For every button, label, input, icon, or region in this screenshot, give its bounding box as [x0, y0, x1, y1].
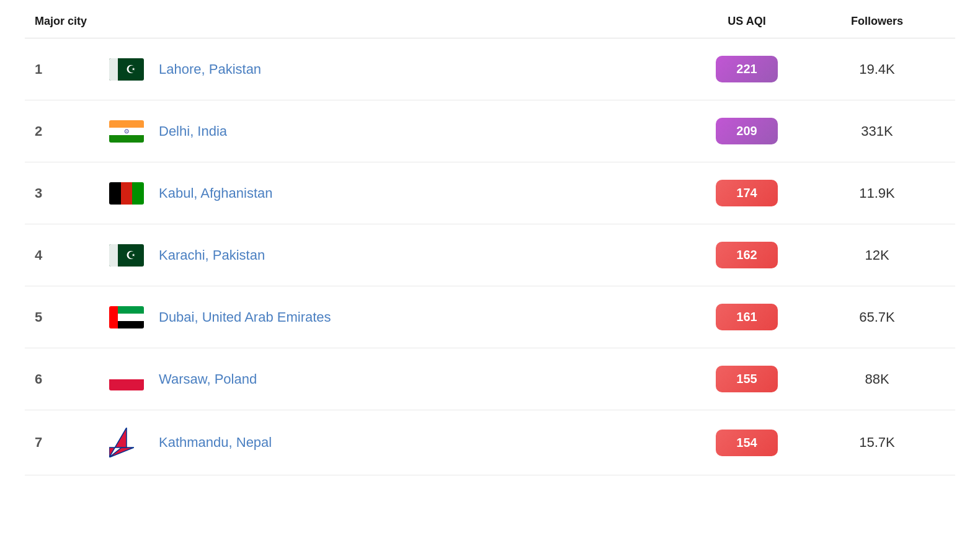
col-aqi-header: US AQI — [685, 15, 809, 28]
table-body: 1 ☪ Lahore, Pakistan 221 19.4K 2 ⊙ Delhi… — [25, 38, 955, 475]
flag-cell: ☪ — [109, 244, 159, 267]
aqi-cell: 154 — [685, 430, 809, 456]
flag-cell: ☪ — [109, 58, 159, 81]
followers-cell: 11.9K — [809, 185, 945, 201]
aqi-badge: 155 — [716, 366, 778, 392]
flag-cell — [109, 306, 159, 328]
table-header: Major city US AQI Followers — [25, 0, 955, 38]
col-city-name-header — [159, 15, 685, 28]
rank-number: 4 — [35, 247, 109, 263]
col-flag-header — [109, 15, 159, 28]
col-city-header: Major city — [35, 15, 109, 28]
rank-number: 5 — [35, 309, 109, 325]
followers-cell: 331K — [809, 123, 945, 139]
rank-number: 6 — [35, 371, 109, 387]
table-row: 6 Warsaw, Poland 155 88K — [25, 348, 955, 410]
table-row: 7 Kathmandu, Nepal 154 15.7K — [25, 410, 955, 475]
col-followers-header: Followers — [809, 15, 945, 28]
aqi-badge: 162 — [716, 242, 778, 268]
followers-cell: 88K — [809, 371, 945, 387]
followers-cell: 12K — [809, 247, 945, 263]
rank-number: 2 — [35, 123, 109, 139]
aqi-badge: 161 — [716, 304, 778, 330]
table-row: 2 ⊙ Delhi, India 209 331K — [25, 100, 955, 162]
main-table: Major city US AQI Followers 1 ☪ Lahore, … — [0, 0, 980, 475]
followers-value: 331K — [861, 123, 893, 139]
city-name[interactable]: Warsaw, Poland — [159, 371, 685, 387]
aqi-cell: 221 — [685, 56, 809, 82]
flag-cell — [109, 182, 159, 205]
rank-number: 1 — [35, 61, 109, 77]
flag-cell — [109, 368, 159, 390]
followers-value: 15.7K — [859, 434, 895, 451]
aqi-cell: 174 — [685, 180, 809, 206]
aqi-cell: 162 — [685, 242, 809, 268]
followers-value: 11.9K — [859, 185, 895, 201]
city-name[interactable]: Kabul, Afghanistan — [159, 185, 685, 201]
table-row: 4 ☪ Karachi, Pakistan 162 12K — [25, 224, 955, 286]
followers-value: 65.7K — [859, 309, 895, 325]
flag-cell: ⊙ — [109, 120, 159, 143]
flag-cell — [109, 428, 159, 457]
rank-number: 3 — [35, 185, 109, 201]
followers-value: 88K — [865, 371, 889, 387]
table-row: 1 ☪ Lahore, Pakistan 221 19.4K — [25, 38, 955, 100]
city-name[interactable]: Karachi, Pakistan — [159, 247, 685, 263]
aqi-badge: 221 — [716, 56, 778, 82]
aqi-cell: 161 — [685, 304, 809, 330]
followers-value: 12K — [865, 247, 889, 263]
aqi-cell: 209 — [685, 118, 809, 144]
followers-cell: 19.4K — [809, 61, 945, 77]
city-name[interactable]: Dubai, United Arab Emirates — [159, 309, 685, 325]
followers-value: 19.4K — [859, 61, 895, 77]
city-name[interactable]: Kathmandu, Nepal — [159, 434, 685, 451]
rank-number: 7 — [35, 434, 109, 451]
city-name[interactable]: Lahore, Pakistan — [159, 61, 685, 77]
aqi-cell: 155 — [685, 366, 809, 392]
table-row: 5 Dubai, United Arab Emirates 161 65.7K — [25, 286, 955, 348]
aqi-badge: 174 — [716, 180, 778, 206]
table-row: 3 Kabul, Afghanistan 174 11.9K — [25, 162, 955, 224]
followers-cell: 65.7K — [809, 309, 945, 325]
city-name[interactable]: Delhi, India — [159, 123, 685, 139]
aqi-badge: 154 — [716, 430, 778, 456]
aqi-badge: 209 — [716, 118, 778, 144]
followers-cell: 15.7K — [809, 434, 945, 451]
